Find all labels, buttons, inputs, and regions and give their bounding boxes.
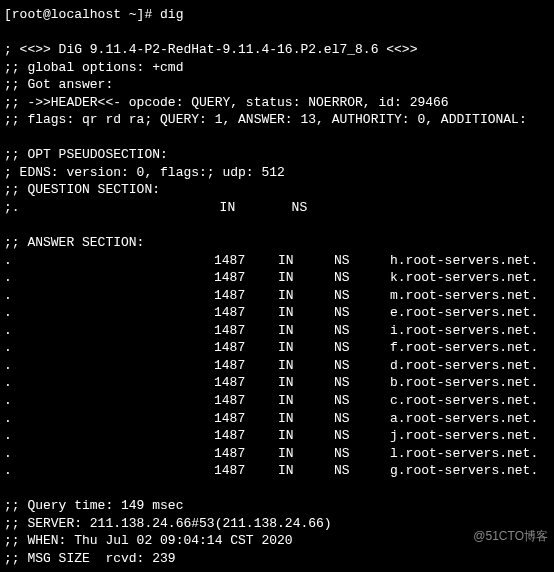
terminal-prompt-line[interactable]: [root@localhost ~]# dig xyxy=(4,6,550,24)
command-input[interactable]: dig xyxy=(160,7,183,22)
answer-ttl: 1487 xyxy=(214,252,278,270)
answer-target: l.root-servers.net. xyxy=(390,445,550,463)
dig-version: ; <<>> DiG 9.11.4-P2-RedHat-9.11.4-16.P2… xyxy=(4,41,550,59)
answer-class: IN xyxy=(278,410,334,428)
answer-list: .1487INNSh.root-servers.net..1487INNSk.r… xyxy=(4,252,550,480)
answer-dot: . xyxy=(4,269,14,287)
question-row: ;. IN NS xyxy=(4,199,550,217)
answer-pad xyxy=(14,445,214,463)
question-class: IN xyxy=(220,199,292,217)
answer-type: NS xyxy=(334,304,390,322)
when: ;; WHEN: Thu Jul 02 09:04:14 CST 2020 xyxy=(4,532,550,550)
blank-line xyxy=(4,129,550,147)
answer-class: IN xyxy=(278,287,334,305)
answer-row: .1487INNSj.root-servers.net. xyxy=(4,427,550,445)
answer-type: NS xyxy=(334,374,390,392)
answer-ttl: 1487 xyxy=(214,304,278,322)
server: ;; SERVER: 211.138.24.66#53(211.138.24.6… xyxy=(4,515,550,533)
answer-target: e.root-servers.net. xyxy=(390,304,550,322)
blank-line xyxy=(4,480,550,498)
question-section-title: ;; QUESTION SECTION: xyxy=(4,181,550,199)
answer-pad xyxy=(14,427,214,445)
answer-ttl: 1487 xyxy=(214,322,278,340)
answer-type: NS xyxy=(334,410,390,428)
opt-edns: ; EDNS: version: 0, flags:; udp: 512 xyxy=(4,164,550,182)
answer-type: NS xyxy=(334,339,390,357)
answer-target: j.root-servers.net. xyxy=(390,427,550,445)
answer-ttl: 1487 xyxy=(214,392,278,410)
answer-row: .1487INNSd.root-servers.net. xyxy=(4,357,550,375)
dig-options: ;; global options: +cmd xyxy=(4,59,550,77)
answer-dot: . xyxy=(4,304,14,322)
answer-type: NS xyxy=(334,322,390,340)
answer-row: .1487INNSf.root-servers.net. xyxy=(4,339,550,357)
answer-class: IN xyxy=(278,357,334,375)
answer-type: NS xyxy=(334,269,390,287)
answer-row: .1487INNSb.root-servers.net. xyxy=(4,374,550,392)
answer-ttl: 1487 xyxy=(214,339,278,357)
answer-class: IN xyxy=(278,322,334,340)
answer-target: b.root-servers.net. xyxy=(390,374,550,392)
answer-dot: . xyxy=(4,374,14,392)
answer-dot: . xyxy=(4,322,14,340)
answer-row: .1487INNSm.root-servers.net. xyxy=(4,287,550,305)
answer-target: k.root-servers.net. xyxy=(390,269,550,287)
answer-type: NS xyxy=(334,427,390,445)
answer-pad xyxy=(14,374,214,392)
answer-class: IN xyxy=(278,445,334,463)
answer-target: h.root-servers.net. xyxy=(390,252,550,270)
answer-ttl: 1487 xyxy=(214,445,278,463)
answer-ttl: 1487 xyxy=(214,427,278,445)
answer-target: f.root-servers.net. xyxy=(390,339,550,357)
question-dot: ;. xyxy=(4,199,20,217)
answer-dot: . xyxy=(4,462,14,480)
answer-class: IN xyxy=(278,427,334,445)
answer-ttl: 1487 xyxy=(214,357,278,375)
answer-pad xyxy=(14,392,214,410)
answer-target: a.root-servers.net. xyxy=(390,410,550,428)
answer-dot: . xyxy=(4,287,14,305)
answer-row: .1487INNSc.root-servers.net. xyxy=(4,392,550,410)
answer-row: .1487INNSg.root-servers.net. xyxy=(4,462,550,480)
opt-section-title: ;; OPT PSEUDOSECTION: xyxy=(4,146,550,164)
answer-target: m.root-servers.net. xyxy=(390,287,550,305)
watermark: @51CTO博客 xyxy=(473,528,548,544)
answer-dot: . xyxy=(4,445,14,463)
dig-got-answer: ;; Got answer: xyxy=(4,76,550,94)
dig-flags: ;; flags: qr rd ra; QUERY: 1, ANSWER: 13… xyxy=(4,111,550,129)
answer-row: .1487INNSl.root-servers.net. xyxy=(4,445,550,463)
answer-class: IN xyxy=(278,269,334,287)
answer-ttl: 1487 xyxy=(214,269,278,287)
answer-dot: . xyxy=(4,252,14,270)
answer-dot: . xyxy=(4,339,14,357)
shell-prompt: [root@localhost ~]# xyxy=(4,7,160,22)
answer-target: d.root-servers.net. xyxy=(390,357,550,375)
answer-ttl: 1487 xyxy=(214,462,278,480)
answer-ttl: 1487 xyxy=(214,374,278,392)
answer-row: .1487INNSh.root-servers.net. xyxy=(4,252,550,270)
answer-type: NS xyxy=(334,392,390,410)
answer-row: .1487INNSk.root-servers.net. xyxy=(4,269,550,287)
answer-pad xyxy=(14,252,214,270)
answer-class: IN xyxy=(278,252,334,270)
blank-line xyxy=(4,217,550,235)
answer-target: c.root-servers.net. xyxy=(390,392,550,410)
answer-dot: . xyxy=(4,392,14,410)
answer-type: NS xyxy=(334,462,390,480)
answer-row: .1487INNSi.root-servers.net. xyxy=(4,322,550,340)
answer-class: IN xyxy=(278,462,334,480)
blank-line xyxy=(4,24,550,42)
answer-pad xyxy=(14,304,214,322)
answer-pad xyxy=(14,287,214,305)
answer-row: .1487INNSa.root-servers.net. xyxy=(4,410,550,428)
answer-target: g.root-servers.net. xyxy=(390,462,550,480)
answer-dot: . xyxy=(4,410,14,428)
answer-ttl: 1487 xyxy=(214,287,278,305)
answer-class: IN xyxy=(278,392,334,410)
answer-type: NS xyxy=(334,252,390,270)
answer-type: NS xyxy=(334,287,390,305)
question-type: NS xyxy=(292,199,348,217)
answer-class: IN xyxy=(278,374,334,392)
msg-size: ;; MSG SIZE rcvd: 239 xyxy=(4,550,550,568)
answer-class: IN xyxy=(278,339,334,357)
